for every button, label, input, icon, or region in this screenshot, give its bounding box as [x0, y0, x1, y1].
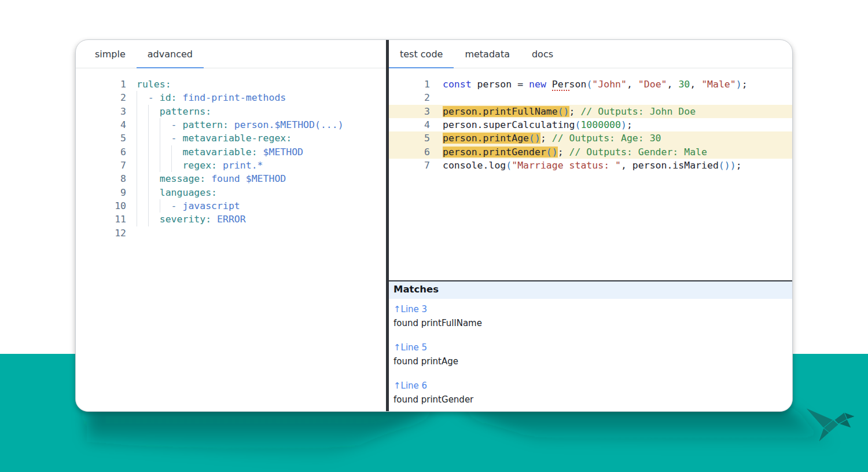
- match-message: found printGender: [393, 393, 792, 407]
- code-tabs: test codemetadatadocs: [389, 40, 792, 68]
- code-line: 2: [389, 91, 792, 104]
- token: // Outputs: Age: 30: [552, 133, 661, 144]
- code-text: patterns:: [126, 105, 211, 118]
- indent-guide: [137, 131, 148, 145]
- token: console.log: [443, 160, 506, 171]
- tab-metadata[interactable]: metadata: [454, 40, 521, 68]
- line-number: 1: [389, 78, 430, 91]
- token: -: [171, 133, 183, 144]
- token: "John": [592, 79, 627, 90]
- token: ()): [719, 160, 736, 171]
- line-number: 12: [76, 226, 126, 240]
- token: son: [569, 79, 587, 90]
- match-highlight: person.printAge: [443, 133, 529, 144]
- token: find-print-methods: [177, 92, 286, 103]
- token: ,: [627, 79, 638, 90]
- token: [546, 79, 552, 90]
- code-text: console.log("Marriage status: ", person.…: [430, 159, 742, 172]
- token: ,: [690, 79, 701, 90]
- token: id:: [160, 92, 177, 103]
- code-text: person.printFullName(); // Outputs: John…: [430, 105, 696, 118]
- rule-line: 2- id: find-print-methods: [76, 91, 386, 104]
- token: "Male": [701, 79, 736, 90]
- indent-guide: [160, 131, 171, 145]
- code-line: 4person.superCalculating(1000000);: [389, 118, 792, 131]
- rule-line: 7regex: print.*: [76, 159, 386, 172]
- code-panel: test codemetadatadocs 1const person = ne…: [389, 40, 792, 411]
- match-message: found printAge: [393, 354, 792, 368]
- line-number: 2: [76, 91, 126, 104]
- tab-docs[interactable]: docs: [521, 40, 564, 68]
- token: found $METHOD: [205, 173, 286, 184]
- code-text: const person = new Person("John", "Doe",…: [430, 78, 748, 91]
- rule-line: 5- metavariable-regex:: [76, 131, 386, 145]
- code-text: languages:: [126, 186, 217, 199]
- code-text: person.printGender(); // Outputs: Gender…: [430, 145, 707, 159]
- indent-guide: [137, 172, 148, 185]
- tab-advanced[interactable]: advanced: [137, 40, 204, 68]
- rule-line: 10- javascript: [76, 199, 386, 213]
- origami-bird-logo: [801, 403, 862, 452]
- indent-guide: [160, 118, 171, 131]
- code-editor[interactable]: 1const person = new Person("John", "Doe"…: [389, 68, 792, 280]
- token: person.$METHOD(...): [229, 119, 344, 130]
- rule-line: 8message: found $METHOD: [76, 172, 386, 185]
- token: -: [148, 92, 160, 103]
- code-text: person.superCalculating(1000000);: [430, 118, 632, 131]
- token: , person.isMaried: [621, 160, 719, 171]
- rule-editor[interactable]: 1rules:2- id: find-print-methods3pattern…: [76, 68, 386, 240]
- matches-panel: Matches ↑Line 3found printFullName↑Line …: [389, 280, 792, 412]
- indent-guide: [137, 186, 148, 199]
- code-line: 1const person = new Person("John", "Doe"…: [389, 78, 792, 91]
- code-line: 6person.printGender(); // Outputs: Gende…: [389, 145, 792, 159]
- code-text: [126, 226, 137, 240]
- token: ;: [558, 147, 569, 158]
- line-number: 5: [76, 131, 126, 145]
- line-number: 11: [76, 213, 126, 226]
- match-line-link[interactable]: ↑Line 5: [393, 341, 792, 354]
- token: rules:: [137, 79, 171, 90]
- token: severity:: [160, 214, 211, 225]
- line-number: 6: [76, 145, 126, 159]
- indent-guide: [160, 199, 171, 213]
- token: ;: [627, 119, 632, 130]
- indent-guide: [148, 145, 160, 159]
- rule-line: 3patterns:: [76, 105, 386, 118]
- token: =: [517, 79, 523, 90]
- match-line-link[interactable]: ↑Line 3: [393, 302, 792, 316]
- token: -: [171, 119, 183, 130]
- token: 30: [678, 79, 690, 90]
- token: -: [171, 200, 183, 211]
- indent-guide: [137, 118, 148, 131]
- indent-guide: [137, 213, 148, 226]
- code-text: - pattern: person.$METHOD(...): [126, 118, 344, 131]
- code-text: person.printAge(); // Outputs: Age: 30: [430, 131, 661, 145]
- token: const: [443, 79, 472, 90]
- indent-guide: [148, 131, 160, 145]
- token: $METHOD: [258, 147, 303, 158]
- code-text: [430, 91, 443, 104]
- line-number: 10: [76, 199, 126, 213]
- token: print.*: [217, 160, 263, 171]
- tab-simple[interactable]: simple: [84, 40, 137, 68]
- line-number: 2: [389, 91, 430, 104]
- indent-guide: [137, 145, 148, 159]
- match-message: found printFullName: [393, 316, 792, 330]
- line-number: 9: [76, 186, 126, 199]
- indent-guide: [171, 145, 183, 159]
- rule-line: 12: [76, 226, 386, 240]
- token: ,: [667, 79, 679, 90]
- tab-test-code[interactable]: test code: [389, 40, 454, 68]
- token: regex:: [182, 160, 217, 171]
- line-number: 6: [389, 145, 430, 159]
- line-number: 7: [76, 159, 126, 172]
- line-number: 1: [76, 78, 126, 91]
- match-line-link[interactable]: ↑Line 6: [393, 379, 792, 393]
- rule-line: 4- pattern: person.$METHOD(...): [76, 118, 386, 131]
- match-highlight: person.printFullName: [443, 106, 558, 117]
- token: ): [736, 79, 742, 90]
- code-text: severity: ERROR: [126, 213, 246, 226]
- code-text: - id: find-print-methods: [126, 91, 286, 104]
- token: ERROR: [211, 214, 246, 225]
- token: patterns:: [160, 106, 211, 117]
